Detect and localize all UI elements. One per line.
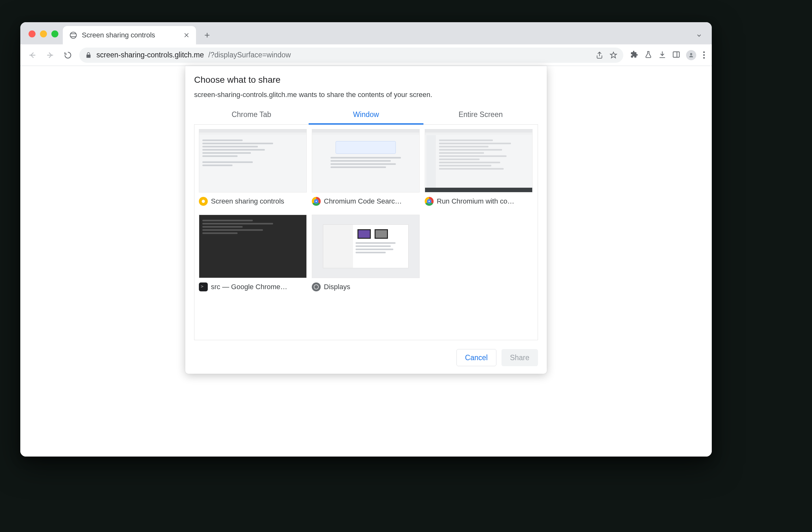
labs-button[interactable] xyxy=(644,50,652,60)
downloads-button[interactable] xyxy=(658,50,666,60)
plus-icon xyxy=(204,32,211,39)
arrow-left-icon xyxy=(28,51,37,60)
window-controls xyxy=(24,30,63,44)
window-option[interactable]: Run Chromium with co… xyxy=(425,129,533,206)
reload-button[interactable] xyxy=(61,49,74,61)
share-page-icon[interactable] xyxy=(595,51,604,59)
share-tab-window[interactable]: Window xyxy=(309,106,423,124)
url-path: /?displaySurface=window xyxy=(208,51,291,59)
reload-icon xyxy=(63,51,72,60)
window-label: Run Chromium with co… xyxy=(437,197,514,205)
window-thumbnail xyxy=(312,215,420,278)
window-option[interactable]: Screen sharing controls xyxy=(199,129,307,206)
window-close-button[interactable] xyxy=(29,30,35,38)
profile-button[interactable] xyxy=(686,50,696,60)
globe-icon xyxy=(69,31,77,39)
window-option[interactable]: Displays xyxy=(312,215,420,291)
window-thumbnail xyxy=(199,129,307,192)
app-icon-chrome xyxy=(425,197,434,206)
dialog-buttons: Cancel Share xyxy=(194,349,538,366)
side-panel-button[interactable] xyxy=(672,50,680,60)
app-icon-system-prefs xyxy=(312,282,321,291)
close-icon[interactable] xyxy=(183,32,190,38)
lock-icon xyxy=(85,52,92,59)
share-options-panel: Screen sharing controls xyxy=(194,124,538,340)
browser-tab[interactable]: Screen sharing controls xyxy=(63,26,196,44)
app-icon-chrome-canary xyxy=(199,197,208,206)
tab-search-button[interactable] xyxy=(690,32,708,44)
window-thumbnail xyxy=(312,129,420,192)
share-tab-entire-screen[interactable]: Entire Screen xyxy=(423,106,538,124)
window-option[interactable]: Chromium Code Searc… xyxy=(312,129,420,206)
cancel-button[interactable]: Cancel xyxy=(456,349,496,366)
tab-strip: Screen sharing controls xyxy=(20,22,712,44)
star-icon[interactable] xyxy=(609,51,618,59)
share-source-tabs: Chrome Tab Window Entire Screen xyxy=(194,106,538,124)
svg-rect-0 xyxy=(673,52,679,57)
window-label: Chromium Code Searc… xyxy=(324,197,402,205)
app-icon-terminal xyxy=(199,282,208,291)
window-zoom-button[interactable] xyxy=(52,30,58,38)
tab-title: Screen sharing controls xyxy=(82,31,155,39)
arrow-right-icon xyxy=(46,51,55,60)
window-label: Displays xyxy=(324,283,350,291)
page-content: Choose what to share screen-sharing-cont… xyxy=(20,66,712,457)
chevron-down-icon xyxy=(696,32,702,39)
forward-button[interactable] xyxy=(44,49,56,61)
window-label: Screen sharing controls xyxy=(211,197,284,205)
back-button[interactable] xyxy=(26,49,39,61)
window-label: src — Google Chrome… xyxy=(211,283,287,291)
window-minimize-button[interactable] xyxy=(40,30,47,38)
address-bar[interactable]: screen-sharing-controls.glitch.me/?displ… xyxy=(79,47,623,63)
person-icon xyxy=(688,52,694,58)
app-icon-chrome xyxy=(312,197,321,206)
extensions-button[interactable] xyxy=(630,50,638,60)
toolbar: screen-sharing-controls.glitch.me/?displ… xyxy=(20,44,712,66)
window-grid: Screen sharing controls xyxy=(199,129,533,291)
url-host: screen-sharing-controls.glitch.me xyxy=(97,51,204,59)
dialog-title: Choose what to share xyxy=(194,75,538,85)
share-button[interactable]: Share xyxy=(502,349,538,366)
browser-window: Screen sharing controls screen-sharing-c… xyxy=(20,22,712,457)
window-thumbnail xyxy=(425,129,533,192)
toolbar-right xyxy=(628,50,706,60)
omnibox-actions xyxy=(595,51,618,59)
screen-share-dialog: Choose what to share screen-sharing-cont… xyxy=(185,66,547,374)
chrome-menu-button[interactable] xyxy=(702,50,706,60)
dialog-subtitle: screen-sharing-controls.glitch.me wants … xyxy=(194,91,538,99)
share-tab-chrome-tab[interactable]: Chrome Tab xyxy=(194,106,309,124)
window-option[interactable]: src — Google Chrome… xyxy=(199,215,307,291)
window-thumbnail xyxy=(199,215,307,278)
new-tab-button[interactable] xyxy=(200,28,214,43)
